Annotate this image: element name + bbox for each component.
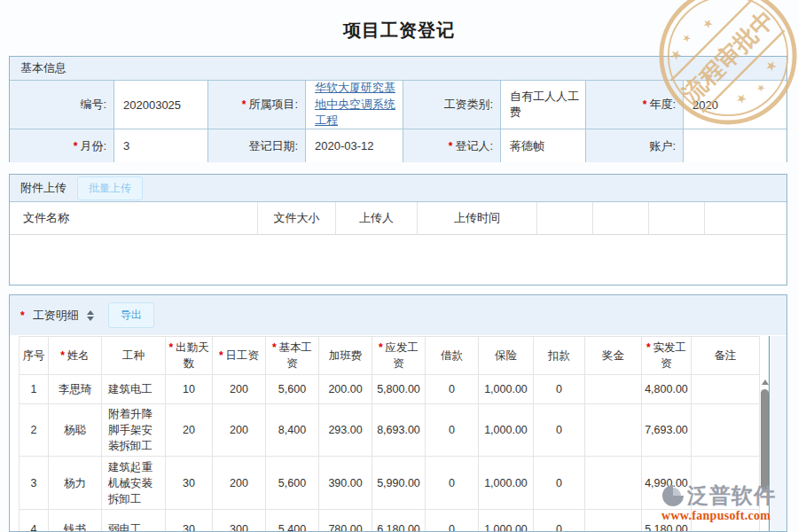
project-link[interactable]: 华软大厦研究基地中央空调系统工程 [315, 81, 403, 129]
salary-cell [692, 404, 760, 457]
salary-table: 序号*姓名工种*出勤天数*日工资*基本工资加班费*应发工资借款保险扣款奖金*实发… [19, 336, 760, 532]
field-value: 华软大厦研究基地中央空调系统工程 [306, 81, 403, 129]
salary-cell: 1,000.00 [479, 375, 534, 404]
salary-cell: 1,000.00 [479, 510, 534, 532]
salary-cell: 钱书 [49, 510, 102, 532]
table-right-gutter [771, 336, 786, 531]
salary-cell: 0 [426, 404, 479, 457]
required-star: * [60, 349, 65, 362]
salary-cell: 杨力 [49, 457, 102, 510]
salary-cell [585, 404, 642, 457]
salary-cell: 0 [426, 457, 479, 510]
field-value: 2020 [684, 81, 786, 129]
vertical-scrollbar[interactable] [760, 336, 769, 532]
attachments-section: 附件上传 批量上传 文件名称文件大小上传人上传时间 [9, 174, 787, 286]
salary-cell: 5,180.00 [642, 510, 692, 532]
salary-cell: 5,600 [266, 375, 319, 404]
salary-table-header-row: 序号*姓名工种*出勤天数*日工资*基本工资加班费*应发工资借款保险扣款奖金*实发… [20, 337, 760, 375]
field-label: 登记日期: [208, 129, 306, 162]
salary-cell: 0 [534, 510, 585, 532]
salary-column-header: *应发工资 [372, 337, 426, 375]
salary-cell: 4,800.00 [642, 375, 692, 404]
salary-cell: 200 [213, 457, 266, 510]
attachments-table-header: 文件名称文件大小上传人上传时间 [10, 202, 786, 235]
basic-info-section: 基本信息 编号:202003025*所属项目:华软大厦研究基地中央空调系统工程工… [9, 56, 787, 162]
salary-column-header: 扣款 [534, 337, 585, 375]
salary-column-header: *姓名 [49, 337, 102, 375]
salary-title: 工资明细 [33, 308, 79, 324]
attachment-column-header: 文件名称 [10, 202, 258, 235]
salary-column-header: 备注 [692, 337, 760, 375]
salary-cell: 200 [213, 404, 266, 457]
attachments-title: 附件上传 [20, 180, 66, 196]
attachment-column-header [649, 202, 705, 235]
salary-detail-section: * 工资明细 导出 序号*姓名工种*出勤天数*日工资*基本工资加班费*应发工资借… [9, 294, 787, 532]
salary-column-header: 工种 [102, 337, 166, 375]
salary-cell: 3 [20, 457, 49, 510]
salary-cell: 5,990.00 [372, 457, 426, 510]
basic-info-title: 基本信息 [20, 60, 66, 76]
export-button[interactable]: 导出 [108, 302, 154, 328]
salary-cell: 1,000.00 [479, 404, 534, 457]
salary-cell: 建筑电工 [102, 375, 166, 404]
required-star: * [449, 140, 453, 153]
required-star: * [646, 341, 651, 354]
attachment-column-header [705, 202, 786, 235]
attachment-column-header [537, 202, 593, 235]
salary-cell: 弱电工 [102, 510, 166, 532]
salary-cell: 5,600 [266, 457, 319, 510]
salary-cell: 5,400 [266, 510, 319, 532]
page-title: 项目工资登记 [0, 19, 798, 43]
scroll-up-arrow-icon[interactable] [762, 379, 769, 385]
salary-column-header: *实发工资 [642, 337, 692, 375]
salary-cell: 390.00 [319, 457, 372, 510]
salary-cell: 0 [426, 510, 479, 532]
salary-cell [692, 375, 760, 404]
table-row: 1李思琦建筑电工102005,600200.005,800.0001,000.0… [20, 375, 760, 404]
salary-cell: 建筑起重机械安装拆卸工 [102, 457, 166, 510]
salary-column-header: 借款 [426, 337, 479, 375]
salary-cell: 7,693.00 [642, 404, 692, 457]
salary-column-header: *日工资 [213, 337, 266, 375]
salary-cell: 0 [534, 457, 585, 510]
attachment-column-header [593, 202, 649, 235]
field-label: *所属项目: [208, 81, 306, 129]
attachments-section-header: 附件上传 批量上传 [10, 175, 786, 202]
batch-upload-button[interactable]: 批量上传 [77, 176, 143, 200]
required-star: * [74, 140, 78, 153]
field-value: 蒋德帧 [501, 129, 586, 162]
salary-cell: 300 [213, 510, 266, 532]
field-value: 2020-03-12 [306, 129, 403, 162]
salary-cell: 10 [166, 375, 213, 404]
salary-cell: 30 [166, 457, 213, 510]
salary-cell: 20 [166, 404, 213, 457]
salary-column-header: *基本工资 [266, 337, 319, 375]
basic-info-section-header: 基本信息 [10, 57, 786, 81]
required-star: * [379, 341, 383, 354]
required-star: * [168, 341, 173, 354]
salary-column-header: *出勤天数 [166, 337, 213, 375]
field-value: 自有工人人工费 [501, 81, 586, 129]
required-star: * [272, 341, 277, 354]
salary-column-header: 奖金 [585, 337, 642, 375]
scrollbar-thumb[interactable] [761, 389, 769, 490]
sort-toggle-icon[interactable] [87, 310, 94, 321]
salary-table-wrap: 序号*姓名工种*出勤天数*日工资*基本工资加班费*应发工资借款保险扣款奖金*实发… [19, 336, 770, 532]
salary-cell: 1 [20, 375, 49, 404]
salary-cell [585, 457, 642, 510]
field-value: 3 [114, 129, 208, 162]
salary-cell: 5,800.00 [372, 375, 426, 404]
required-star: * [643, 98, 647, 111]
required-star: * [20, 309, 25, 322]
salary-cell: 李思琦 [49, 375, 102, 404]
salary-cell: 8,400 [266, 404, 319, 457]
attachment-column-header: 文件大小 [258, 202, 336, 235]
required-star: * [242, 98, 246, 111]
salary-cell: 0 [426, 375, 479, 404]
salary-cell: 200 [213, 375, 266, 404]
salary-cell [692, 457, 760, 510]
field-label: *登记人: [403, 129, 501, 162]
wage-registration-page: 项目工资登记 流程审批中 ★ ★ ★ ★ ★ ★ 基本信息 编号:2020030… [0, 0, 798, 532]
field-label: 账户: [586, 129, 684, 162]
salary-cell: 8,693.00 [372, 404, 426, 457]
